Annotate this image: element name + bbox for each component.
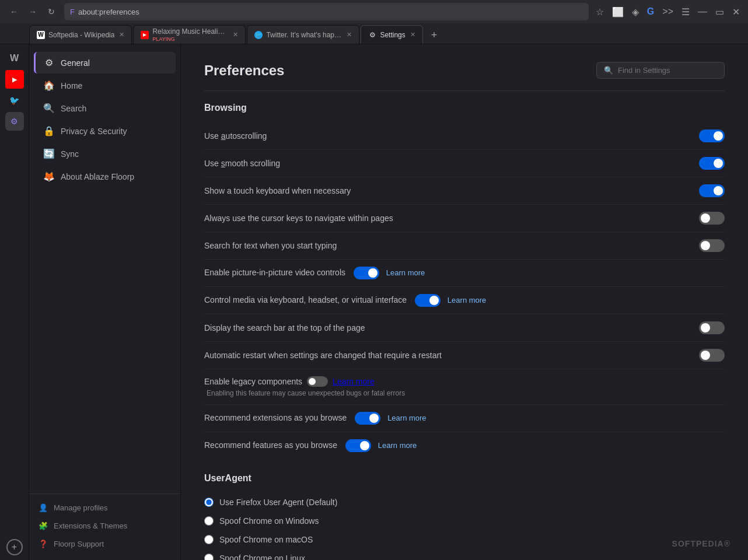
radio-chrome-linux[interactable] — [204, 554, 214, 560]
menu-button[interactable]: ☰ — [679, 4, 692, 20]
legacy-learn-more[interactable]: Learn more — [333, 377, 375, 386]
row-media-control: Control media via keyboard, headset, or … — [204, 287, 725, 314]
toggle-pip[interactable] — [354, 267, 379, 279]
toggle-search-bar-top[interactable] — [699, 321, 725, 334]
support-icon: ❓ — [39, 540, 48, 548]
add-sidebar-button[interactable]: + — [6, 539, 23, 555]
reload-button[interactable]: ↻ — [43, 4, 60, 20]
sidebar-icon-twitter[interactable]: 🐦 — [5, 91, 24, 110]
browser-logo-icon: F — [70, 8, 75, 16]
tab-close-wikipedia[interactable]: ✕ — [119, 31, 124, 38]
tab-favicon-wikipedia: W — [37, 31, 45, 39]
tab-favicon-twitter: 🐦 — [254, 31, 263, 39]
tab-youtube[interactable]: ▶ Relaxing Music Healing Stress... PLAYI… — [133, 25, 246, 44]
search-box-icon: 🔍 — [604, 66, 613, 75]
useragent-section: UserAgent Use Firefox User Agent (Defaul… — [204, 473, 725, 560]
radio-chrome-mac[interactable] — [204, 535, 214, 544]
toggle-recommend-feat[interactable] — [345, 439, 371, 452]
sidebar-icon-youtube[interactable]: ▶ — [5, 70, 24, 89]
toggle-cursor-keys[interactable] — [699, 212, 725, 225]
sidebar-bottom-support[interactable]: ❓ Floorp Support — [29, 535, 180, 553]
minimize-button[interactable]: — — [695, 4, 709, 19]
more-tools-button[interactable]: >> — [660, 4, 676, 19]
profiles-icon: 👤 — [39, 503, 48, 512]
row-touch-keyboard: Show a touch keyboard when necessary — [204, 177, 725, 205]
row-smooth-scroll: Use smooth scrolling — [204, 150, 725, 177]
radio-row-firefox[interactable]: Use Firefox User Agent (Default) — [204, 493, 725, 512]
tab-title-twitter: Twitter. It's what's happening / — [266, 31, 342, 39]
close-button[interactable]: ✕ — [730, 4, 742, 20]
sidebar-item-privacy[interactable]: 🔒 Privacy & Security — [34, 120, 176, 142]
toggle-legacy[interactable] — [307, 376, 328, 387]
tab-settings[interactable]: ⚙ Settings ✕ — [361, 25, 422, 44]
radio-label-firefox[interactable]: Use Firefox User Agent (Default) — [219, 498, 337, 507]
forward-button[interactable]: → — [25, 4, 41, 20]
radio-row-chrome-mac[interactable]: Spoof Chrome on macOS — [204, 530, 725, 549]
general-icon: ⚙ — [43, 57, 55, 68]
tab-close-twitter[interactable]: ✕ — [347, 31, 352, 38]
row-auto-restart: Automatic restart when settings are chan… — [204, 342, 725, 369]
tab-twitter[interactable]: 🐦 Twitter. It's what's happening / ✕ — [247, 25, 359, 44]
sidebar-item-search[interactable]: 🔍 Search — [34, 97, 176, 119]
sidebar-bottom-profiles[interactable]: 👤 Manage profiles — [29, 499, 180, 517]
label-pip: Enable picture-in-picture video controls… — [204, 267, 425, 279]
radio-row-chrome-win[interactable]: Spoof Chrome on Windows — [204, 512, 725, 530]
bookmark-button[interactable]: ☆ — [593, 4, 606, 20]
toggle-media-control[interactable] — [415, 294, 441, 307]
radio-label-chrome-linux[interactable]: Spoof Chrome on Linux — [219, 554, 305, 560]
label-smooth-scroll: Use smooth scrolling — [204, 159, 280, 168]
sidebar-bottom-extensions[interactable]: 🧩 Extensions & Themes — [29, 517, 180, 535]
sidebar-item-about[interactable]: 🦊 About Ablaze Floorp — [34, 166, 176, 187]
radio-label-chrome-mac[interactable]: Spoof Chrome on macOS — [219, 535, 313, 544]
label-auto-restart: Automatic restart when settings are chan… — [204, 351, 442, 360]
row-legacy: Enable legacy components Learn more Enab… — [204, 369, 725, 405]
toggle-touch-keyboard-slider — [699, 184, 725, 197]
search-nav-icon: 🔍 — [43, 103, 55, 114]
legacy-note: Enabling this feature may cause unexpect… — [204, 389, 405, 397]
pip-learn-more[interactable]: Learn more — [386, 268, 425, 277]
toggle-recommend-ext-slider — [355, 412, 380, 425]
toggle-search-typing-slider — [699, 239, 725, 252]
screenshot-button[interactable]: ⬜ — [610, 4, 626, 20]
toggle-recommend-ext[interactable] — [355, 412, 380, 425]
settings-search-input[interactable] — [618, 66, 717, 75]
support-label: Floorp Support — [54, 540, 104, 548]
sidebar-item-sync[interactable]: 🔄 Sync — [34, 143, 176, 164]
radio-row-chrome-linux[interactable]: Spoof Chrome on Linux — [204, 549, 725, 560]
recommend-ext-learn-more[interactable]: Learn more — [387, 414, 426, 422]
radio-firefox[interactable] — [204, 498, 214, 507]
sidebar-icon-settings[interactable]: ⚙ — [5, 112, 24, 131]
toggle-smooth-scroll[interactable] — [699, 157, 725, 170]
sidebar-icon-wiki[interactable]: W — [5, 49, 24, 68]
tab-title-settings: Settings — [380, 31, 405, 39]
restore-button[interactable]: ▭ — [713, 4, 726, 20]
toggle-search-typing[interactable] — [699, 239, 725, 252]
extensions-label: Extensions & Themes — [54, 522, 127, 530]
toggle-autoscroll[interactable] — [699, 130, 725, 142]
toggle-auto-restart-slider — [699, 349, 725, 362]
label-search-typing: Search for text when you start typing — [204, 241, 337, 250]
privacy-icon: 🔒 — [43, 125, 55, 136]
google-button[interactable]: G — [645, 4, 656, 19]
recommend-feat-learn-more[interactable]: Learn more — [378, 441, 417, 450]
tab-wikipedia[interactable]: W Softpedia - Wikipedia ✕ — [29, 25, 132, 44]
new-tab-button[interactable]: + — [427, 27, 442, 44]
toggle-smooth-scroll-slider — [699, 157, 725, 170]
sidebar-item-general[interactable]: ⚙ General — [34, 52, 176, 74]
sidebar-item-home[interactable]: 🏠 Home — [34, 75, 176, 96]
radio-label-chrome-win[interactable]: Spoof Chrome on Windows — [219, 516, 319, 526]
tab-close-youtube[interactable]: ✕ — [233, 31, 238, 38]
tab-title-youtube: Relaxing Music Healing Stress... — [152, 27, 228, 36]
media-control-learn-more[interactable]: Learn more — [448, 296, 486, 304]
back-button[interactable]: ← — [6, 4, 22, 20]
row-recommend-feat: Recommend features as you browse Learn m… — [204, 432, 725, 459]
row-recommend-ext: Recommend extensions as you browse Learn… — [204, 405, 725, 432]
tab-close-settings[interactable]: ✕ — [410, 31, 415, 38]
settings-search-box[interactable]: 🔍 — [596, 62, 725, 79]
toggle-search-bar-top-slider — [699, 321, 725, 334]
toggle-touch-keyboard[interactable] — [699, 184, 725, 197]
label-search-bar-top: Display the search bar at the top of the… — [204, 323, 365, 332]
toggle-auto-restart[interactable] — [699, 349, 725, 362]
radio-chrome-win[interactable] — [204, 516, 214, 526]
pocket-button[interactable]: ◈ — [630, 4, 641, 20]
